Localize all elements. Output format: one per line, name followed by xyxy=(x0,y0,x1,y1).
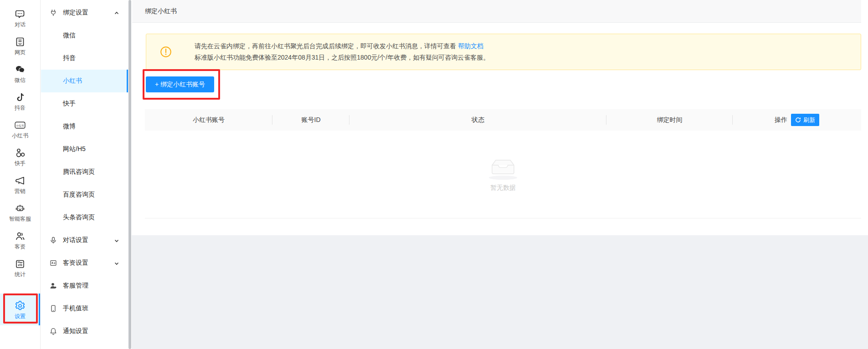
sidebar-item-wechat[interactable]: 微信 xyxy=(0,60,40,87)
menu-item-xiaohongshu[interactable]: 小红书 xyxy=(41,70,128,92)
chevron-up-icon xyxy=(114,10,119,15)
sidebar-item-label: 抖音 xyxy=(15,105,26,111)
page-background-area xyxy=(132,235,868,349)
plug-icon xyxy=(50,9,57,16)
menu-item-douyin[interactable]: 抖音 xyxy=(41,47,128,70)
chevron-down-icon xyxy=(114,238,119,243)
menu-item-label: 百度咨询页 xyxy=(63,191,95,199)
column-header-bind-time: 绑定时间 xyxy=(606,109,733,131)
menu-item-label: 微博 xyxy=(63,122,76,131)
robot-icon xyxy=(14,202,26,214)
menu-group-dialog-settings[interactable]: 对话设置 xyxy=(41,229,128,252)
secondary-sidebar: 绑定设置 微信 抖音 小红书 快手 微博 网站/H5 腾讯咨询页 百度咨询页 头… xyxy=(41,0,128,349)
app-window: 对话 网页 微信 抖音 小红书 小红书 xyxy=(0,0,868,349)
notice-line1-text: 请先在云雀内绑定，再前往小红书聚光后台完成后续绑定，即可收发小红书消息，详情可查… xyxy=(195,42,456,50)
column-header-actions: 操作 刷新 xyxy=(733,109,861,131)
notice-line1: 请先在云雀内绑定，再前往小红书聚光后台完成后续绑定，即可收发小红书消息，详情可查… xyxy=(195,40,489,52)
sidebar-item-label: 统计 xyxy=(15,272,26,278)
table-header-row: 小红书账号 账号ID 状态 绑定时间 操作 刷新 xyxy=(145,109,861,131)
menu-item-label: 小红书 xyxy=(63,77,82,85)
kuaishou-icon xyxy=(14,147,26,159)
svg-text:小红书: 小红书 xyxy=(16,124,24,127)
menu-item-label: 腾讯咨询页 xyxy=(63,168,95,176)
empty-box-icon xyxy=(486,157,520,180)
sidebar-item-label: 小红书 xyxy=(12,133,28,139)
warning-icon xyxy=(160,46,172,58)
menu-item-notification-settings[interactable]: 通知设置 xyxy=(41,320,128,343)
sidebar-scrollbar[interactable] xyxy=(128,0,132,349)
menu-group-leads-settings[interactable]: 客资设置 xyxy=(41,252,128,274)
douyin-icon xyxy=(14,91,26,103)
sidebar-item-stats[interactable]: 统计 xyxy=(0,254,40,282)
menu-group-binding-settings[interactable]: 绑定设置 xyxy=(41,1,128,24)
page-header: 绑定小红书 xyxy=(132,0,861,23)
menu-item-toutiao-consult[interactable]: 头条咨询页 xyxy=(41,206,128,229)
sidebar-scrollbar-thumb[interactable] xyxy=(128,0,131,349)
menu-item-weibo[interactable]: 微博 xyxy=(41,115,128,138)
refresh-icon xyxy=(795,117,801,123)
sidebar-item-smart-service[interactable]: 智能客服 xyxy=(0,198,40,226)
main-content: 绑定小红书 请先在云雀内绑定，再前往小红书聚光后台完成后续绑定，即可收发小红书消… xyxy=(132,0,868,349)
sidebar-item-label: 快手 xyxy=(15,161,26,167)
sidebar-item-kuaishou[interactable]: 快手 xyxy=(0,143,40,171)
menu-item-tencent-consult[interactable]: 腾讯咨询页 xyxy=(41,161,128,183)
stats-icon xyxy=(14,258,26,270)
help-doc-link[interactable]: 帮助文档 xyxy=(458,42,483,50)
wechat-icon xyxy=(14,64,26,76)
menu-item-label: 头条咨询页 xyxy=(63,213,95,222)
column-header-account: 小红书账号 xyxy=(145,109,272,131)
sidebar-item-label: 网页 xyxy=(15,50,26,56)
menu-item-agent-management[interactable]: 客服管理 xyxy=(41,274,128,297)
column-header-account-id: 账号ID xyxy=(272,109,349,131)
webpage-icon xyxy=(14,36,26,48)
sidebar-item-webpage[interactable]: 网页 xyxy=(0,32,40,60)
menu-item-label: 网站/H5 xyxy=(63,145,86,153)
microphone-icon xyxy=(50,237,57,244)
accounts-table: 小红书账号 账号ID 状态 绑定时间 操作 刷新 xyxy=(145,109,861,218)
menu-item-label: 手机值班 xyxy=(63,304,88,313)
sidebar-item-label: 对话 xyxy=(15,22,26,28)
bell-icon xyxy=(50,328,57,335)
bind-account-button[interactable]: + 绑定小红书账号 xyxy=(146,76,214,92)
menu-item-kuaishou[interactable]: 快手 xyxy=(41,92,128,115)
refresh-button[interactable]: 刷新 xyxy=(791,114,819,126)
person-icon xyxy=(50,282,57,289)
sidebar-item-xiaohongshu[interactable]: 小红书 小红书 xyxy=(0,115,40,143)
gear-icon xyxy=(14,300,26,312)
people-icon xyxy=(14,230,26,242)
xiaohongshu-icon: 小红书 xyxy=(14,119,26,131)
menu-group-label: 客资设置 xyxy=(63,259,88,267)
primary-sidebar: 对话 网页 微信 抖音 小红书 小红书 xyxy=(0,0,41,349)
chevron-down-icon xyxy=(114,260,119,266)
menu-item-website-h5[interactable]: 网站/H5 xyxy=(41,138,128,161)
sidebar-item-douyin[interactable]: 抖音 xyxy=(0,87,40,115)
chat-icon xyxy=(14,8,26,20)
menu-item-label: 通知设置 xyxy=(63,327,88,335)
notice-banner: 请先在云雀内绑定，再前往小红书聚光后台完成后续绑定，即可收发小红书消息，详情可查… xyxy=(146,34,861,70)
idcard-icon xyxy=(50,259,57,267)
sidebar-item-settings[interactable]: 设置 xyxy=(0,293,40,325)
table-empty-state: 暂无数据 xyxy=(145,131,861,218)
menu-item-wechat[interactable]: 微信 xyxy=(41,24,128,47)
sidebar-item-label: 智能客服 xyxy=(9,216,31,222)
actions-header-label: 操作 xyxy=(775,116,787,124)
sidebar-item-chat[interactable]: 对话 xyxy=(0,4,40,32)
phone-icon xyxy=(50,305,57,312)
menu-item-label: 微信 xyxy=(63,31,76,40)
sidebar-item-label: 设置 xyxy=(15,314,26,319)
sidebar-item-label: 营销 xyxy=(15,188,26,194)
menu-item-baidu-consult[interactable]: 百度咨询页 xyxy=(41,183,128,206)
sidebar-item-marketing[interactable]: 营销 xyxy=(0,171,40,198)
sidebar-item-label: 客资 xyxy=(15,244,26,250)
refresh-button-label: 刷新 xyxy=(803,116,815,124)
column-header-status: 状态 xyxy=(349,109,606,131)
notice-text: 请先在云雀内绑定，再前往小红书聚光后台完成后续绑定，即可收发小红书消息，详情可查… xyxy=(195,40,489,63)
menu-item-label: 抖音 xyxy=(63,54,76,62)
menu-group-label: 对话设置 xyxy=(63,236,88,244)
page-title: 绑定小红书 xyxy=(145,7,177,15)
content-panel: 请先在云雀内绑定，再前往小红书聚光后台完成后续绑定，即可收发小红书消息，详情可查… xyxy=(132,23,868,235)
menu-group-label: 绑定设置 xyxy=(63,9,88,17)
menu-item-mobile-duty[interactable]: 手机值班 xyxy=(41,297,128,320)
sidebar-item-leads[interactable]: 客资 xyxy=(0,226,40,254)
sidebar-item-label: 微信 xyxy=(15,77,26,83)
